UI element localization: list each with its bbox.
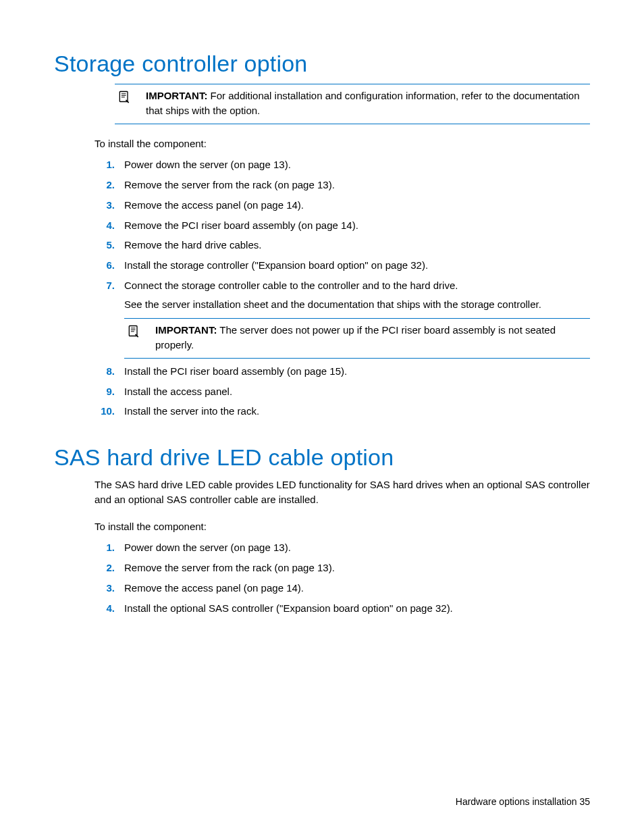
note-icon — [115, 88, 134, 107]
step-item: 1.Power down the server (on page 13). — [95, 157, 590, 172]
important-callout: IMPORTANT: For additional installation a… — [115, 84, 590, 124]
step-number: 1. — [95, 540, 115, 555]
step-item: 4.Install the optional SAS controller ("… — [95, 601, 590, 616]
step-item: 7. Connect the storage controller cable … — [95, 278, 590, 359]
step-text: Remove the server from the rack (on page… — [124, 179, 335, 190]
step-number: 10. — [95, 404, 115, 419]
step-item: 3.Remove the access panel (on page 14). — [95, 198, 590, 213]
step-text: Remove the access panel (on page 14). — [124, 582, 304, 594]
heading-sas-led-cable: SAS hard drive LED cable option — [54, 444, 590, 471]
callout-text: For additional installation and configur… — [146, 90, 580, 116]
step-text: Remove the PCI riser board assembly (on … — [124, 219, 358, 231]
page-footer: Hardware options installation 35 — [456, 796, 590, 807]
step-item: 9.Install the access panel. — [95, 384, 590, 399]
step-item: 2.Remove the server from the rack (on pa… — [95, 561, 590, 575]
step-item: 5.Remove the hard drive cables. — [95, 238, 590, 253]
intro-text: To install the component: — [95, 136, 590, 151]
step-number: 1. — [95, 157, 115, 172]
step-number: 5. — [95, 238, 115, 253]
step-number: 9. — [95, 384, 115, 399]
step-subtext: See the server installation sheet and th… — [124, 297, 590, 312]
step-number: 4. — [95, 601, 115, 616]
steps-list: 1.Power down the server (on page 13). 2.… — [95, 157, 590, 419]
step-text: Connect the storage controller cable to … — [124, 280, 458, 291]
note-icon — [124, 323, 143, 342]
step-item: 8.Install the PCI riser board assembly (… — [95, 364, 590, 379]
step-text: Remove the access panel (on page 14). — [124, 199, 304, 211]
step-text: Power down the server (on page 13). — [124, 159, 291, 170]
step-item: 2.Remove the server from the rack (on pa… — [95, 178, 590, 192]
step-number: 3. — [95, 581, 115, 596]
step-item: 1.Power down the server (on page 13). — [95, 540, 590, 555]
step-text: Install the storage controller ("Expansi… — [124, 259, 428, 271]
intro-text: To install the component: — [95, 519, 590, 534]
step-number: 8. — [95, 364, 115, 379]
steps-list: 1.Power down the server (on page 13). 2.… — [95, 540, 590, 615]
step-text: Install the PCI riser board assembly (on… — [124, 365, 347, 377]
step-text: Install the access panel. — [124, 386, 232, 397]
step-number: 2. — [95, 178, 115, 192]
step-text: Remove the server from the rack (on page… — [124, 562, 335, 573]
callout-label: IMPORTANT: — [146, 90, 207, 101]
step-item: 4.Remove the PCI riser board assembly (o… — [95, 218, 590, 233]
step-number: 7. — [95, 278, 115, 293]
step-item: 3.Remove the access panel (on page 14). — [95, 581, 590, 596]
step-item: 6.Install the storage controller ("Expan… — [95, 258, 590, 273]
step-text: Power down the server (on page 13). — [124, 542, 291, 553]
step-item: 10.Install the server into the rack. — [95, 404, 590, 419]
callout-label: IMPORTANT: — [155, 324, 217, 336]
heading-storage-controller: Storage controller option — [54, 51, 590, 77]
document-page: Storage controller option IMPORTANT: For… — [0, 0, 644, 648]
step-number: 3. — [95, 198, 115, 213]
step-number: 4. — [95, 218, 115, 233]
paragraph-text: The SAS hard drive LED cable provides LE… — [95, 477, 590, 507]
step-number: 6. — [95, 258, 115, 273]
step-text: Install the optional SAS controller ("Ex… — [124, 602, 453, 614]
important-callout: IMPORTANT: The server does not power up … — [124, 318, 590, 359]
step-text: Install the server into the rack. — [124, 405, 259, 417]
step-number: 2. — [95, 561, 115, 575]
step-text: Remove the hard drive cables. — [124, 239, 261, 251]
